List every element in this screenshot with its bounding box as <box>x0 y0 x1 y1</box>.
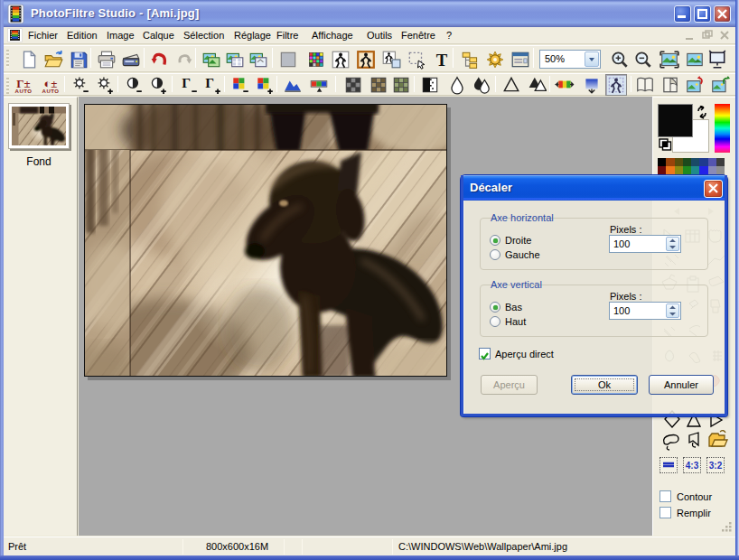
svg-text:T: T <box>436 51 448 70</box>
svg-text:Γ: Γ <box>182 75 191 90</box>
svg-text:Γ: Γ <box>205 75 214 90</box>
